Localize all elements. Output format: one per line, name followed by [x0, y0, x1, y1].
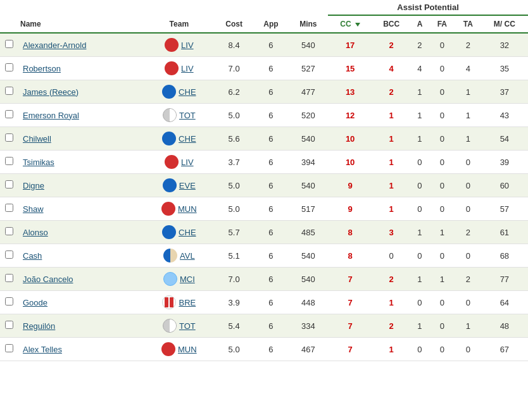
cost-cell: 5.0: [215, 174, 253, 197]
row-checkbox[interactable]: [5, 274, 13, 282]
fa-cell: 0: [429, 291, 455, 314]
table-row: Goode BRE 3.9 6 448 7 1 0 0 0 64: [0, 291, 528, 314]
app-cell: 6: [253, 197, 288, 221]
team-cell: BRE: [144, 291, 215, 314]
team-cell: TOT: [144, 314, 215, 338]
m-cc-cell: 43: [481, 104, 528, 127]
row-checkbox-cell: [0, 151, 18, 174]
team-link[interactable]: LIV: [181, 64, 194, 73]
row-checkbox[interactable]: [5, 250, 13, 259]
team-link[interactable]: LIV: [181, 40, 194, 50]
team-link[interactable]: CHE: [179, 134, 196, 144]
row-checkbox-cell: [0, 174, 18, 197]
ta-cell: 0: [455, 338, 481, 361]
cost-cell: 3.7: [215, 151, 253, 174]
fa-cell: 0: [429, 57, 455, 80]
mins-cell: 540: [289, 244, 328, 268]
a-cell: 1: [410, 127, 429, 151]
player-name-link[interactable]: Alonso: [23, 228, 48, 237]
row-checkbox[interactable]: [5, 297, 13, 306]
team-link[interactable]: MCI: [180, 275, 195, 284]
main-table-container: Assist Potential Name Team Cost App Mins…: [0, 0, 528, 361]
app-cell: 6: [253, 291, 288, 314]
row-checkbox[interactable]: [5, 204, 13, 212]
row-checkbox[interactable]: [5, 87, 13, 95]
team-link[interactable]: LIV: [181, 158, 194, 167]
player-name-link[interactable]: Cash: [23, 251, 42, 261]
a-header[interactable]: A: [410, 15, 429, 33]
player-name-link[interactable]: Goode: [23, 298, 47, 307]
team-link[interactable]: AVL: [180, 251, 195, 261]
player-name-link[interactable]: João Cancelo: [23, 275, 73, 284]
fa-cell: 0: [429, 80, 455, 104]
name-header: Name: [18, 15, 144, 33]
row-checkbox[interactable]: [5, 180, 13, 188]
ta-header[interactable]: TA: [455, 15, 481, 33]
fa-cell: 0: [429, 197, 455, 221]
ta-cell: 0: [455, 151, 481, 174]
team-link[interactable]: TOT: [179, 321, 196, 331]
team-cell: EVE: [144, 174, 215, 197]
row-checkbox[interactable]: [5, 63, 13, 71]
player-name-link[interactable]: Alexander-Arnold: [23, 40, 86, 50]
player-name-cell: Digne: [18, 174, 144, 197]
row-checkbox[interactable]: [5, 40, 13, 48]
m-cc-cell: 68: [481, 244, 528, 268]
team-link[interactable]: CHE: [179, 228, 196, 237]
player-name-cell: Reguilón: [18, 314, 144, 338]
cc-cell: 10: [328, 127, 372, 151]
player-name-link[interactable]: James (Reece): [23, 87, 79, 97]
player-name-link[interactable]: Digne: [23, 181, 44, 190]
mins-cell: 540: [289, 127, 328, 151]
team-link[interactable]: MUN: [178, 345, 197, 354]
a-cell: 0: [410, 197, 429, 221]
bcc-cell: 1: [372, 291, 410, 314]
a-cell: 0: [410, 291, 429, 314]
player-name-link[interactable]: Reguilón: [23, 321, 55, 331]
table-row: Reguilón TOT 5.4 6 334 7 2 1 0 1 48: [0, 314, 528, 338]
bcc-cell: 1: [372, 174, 410, 197]
ta-cell: 2: [455, 221, 481, 244]
player-name-link[interactable]: Chilwell: [23, 134, 51, 144]
fa-header[interactable]: FA: [429, 15, 455, 33]
row-checkbox-cell: [0, 127, 18, 151]
row-checkbox[interactable]: [5, 110, 13, 118]
fa-cell: 0: [429, 314, 455, 338]
team-link[interactable]: TOT: [179, 111, 196, 120]
m-cc-header[interactable]: M/ CC: [481, 15, 528, 33]
player-name-cell: Emerson Royal: [18, 104, 144, 127]
row-checkbox[interactable]: [5, 344, 13, 352]
m-cc-cell: 39: [481, 151, 528, 174]
app-cell: 6: [253, 338, 288, 361]
bcc-header[interactable]: BCC: [372, 15, 410, 33]
player-name-link[interactable]: Alex Telles: [23, 345, 62, 354]
row-checkbox-cell: [0, 314, 18, 338]
player-name-link[interactable]: Shaw: [23, 204, 44, 214]
team-link[interactable]: MUN: [178, 204, 197, 214]
team-badge: [162, 295, 176, 309]
row-checkbox[interactable]: [5, 227, 13, 235]
mins-cell: 540: [289, 268, 328, 291]
team-badge: [163, 272, 177, 286]
app-cell: 6: [253, 244, 288, 268]
a-cell: 0: [410, 338, 429, 361]
team-link[interactable]: BRE: [179, 298, 196, 307]
player-name-link[interactable]: Robertson: [23, 64, 61, 73]
checkbox-header: [0, 15, 18, 33]
team-link[interactable]: EVE: [179, 181, 196, 190]
bcc-cell: 3: [372, 221, 410, 244]
app-cell: 6: [253, 80, 288, 104]
player-name-link[interactable]: Tsimikas: [23, 158, 54, 167]
fa-cell: 0: [429, 338, 455, 361]
row-checkbox[interactable]: [5, 133, 13, 142]
fa-cell: 0: [429, 127, 455, 151]
cost-cell: 8.4: [215, 33, 253, 57]
cc-header[interactable]: CC: [328, 15, 372, 33]
team-link[interactable]: CHE: [179, 87, 196, 97]
column-headers-row: Name Team Cost App Mins CC BCC A FA TA M…: [0, 15, 528, 33]
row-checkbox[interactable]: [5, 157, 13, 165]
table-row: Digne EVE 5.0 6 540 9 1 0 0 0 60: [0, 174, 528, 197]
row-checkbox[interactable]: [5, 321, 13, 329]
bcc-cell: 1: [372, 104, 410, 127]
player-name-link[interactable]: Emerson Royal: [23, 111, 79, 120]
